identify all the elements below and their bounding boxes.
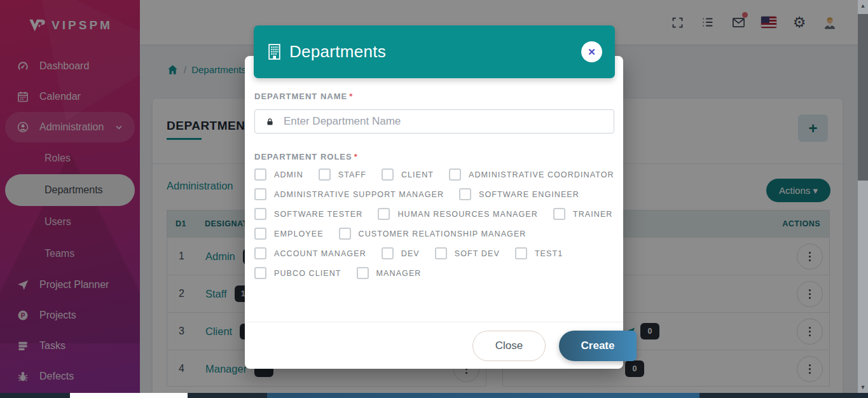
horizontal-scrollbar-accent [267, 393, 699, 398]
role-label: MANAGER [376, 269, 422, 278]
role-label: EMPLOYEE [274, 230, 324, 238]
role-option-human-resources-manager: HUMAN RESOURCES MANAGER [378, 208, 537, 220]
role-checkbox[interactable] [553, 208, 565, 220]
app-root: VIPSPM DashboardCalendarAdministrationRo… [0, 0, 868, 398]
role-option-dev: DEV [382, 247, 420, 259]
role-label: SOFTWARE TESTER [274, 210, 362, 219]
role-checkbox[interactable] [254, 247, 266, 259]
role-checkbox[interactable] [435, 247, 447, 259]
role-row: ADMINISTRATIVE SUPPORT MANAGERSOFTWARE E… [254, 188, 614, 200]
scroll-down-arrow[interactable]: ▼ [858, 383, 868, 392]
role-label: TEST1 [535, 249, 563, 258]
role-checkbox[interactable] [319, 168, 331, 181]
department-name-field [254, 109, 614, 134]
scroll-up-arrow[interactable]: ▲ [858, 1, 868, 10]
building-icon [266, 43, 282, 60]
role-label: CLIENT [401, 170, 434, 179]
role-checkbox[interactable] [254, 267, 266, 279]
role-option-pubco-client: PUBCO CLIENT [254, 267, 341, 279]
role-checkbox[interactable] [382, 168, 394, 181]
role-row: ACCOUNT MANAGERDEVSOFT DEVTEST1 [254, 247, 614, 259]
role-label: CUSTOMER RELATIONSHIP MANAGER [359, 230, 527, 238]
role-checkbox[interactable] [339, 228, 351, 240]
role-label: PUBCO CLIENT [274, 269, 341, 278]
role-option-customer-relationship-manager: CUSTOMER RELATIONSHIP MANAGER [339, 228, 527, 240]
required-asterisk: * [354, 152, 358, 161]
role-option-soft-dev: SOFT DEV [435, 247, 500, 259]
role-label: HUMAN RESOURCES MANAGER [397, 210, 537, 219]
horizontal-scrollbar-thumb[interactable] [70, 393, 188, 398]
role-label: SOFTWARE ENGINEER [479, 190, 579, 199]
close-icon[interactable]: ✕ [581, 41, 602, 62]
modal-title: Departments [289, 42, 386, 62]
role-checkbox[interactable] [254, 188, 266, 200]
role-checkbox[interactable] [382, 247, 394, 259]
role-label: STAFF [338, 170, 366, 179]
role-option-manager: MANAGER [357, 267, 422, 279]
role-option-employee: EMPLOYEE [254, 228, 324, 240]
horizontal-scrollbar [0, 393, 868, 398]
vertical-scrollbar-thumb[interactable] [858, 14, 868, 181]
role-option-administrative-coordinator: ADMINISTRATIVE COORDINATOR [449, 168, 614, 181]
role-option-trainer: TRAINER [553, 208, 613, 220]
role-label: ADMINISTRATIVE COORDINATOR [469, 170, 614, 179]
role-row: EMPLOYEECUSTOMER RELATIONSHIP MANAGER [254, 228, 614, 240]
role-row: SOFTWARE TESTERHUMAN RESOURCES MANAGERTR… [254, 208, 614, 220]
role-label: ADMINISTRATIVE SUPPORT MANAGER [274, 190, 444, 199]
role-checkbox[interactable] [357, 267, 369, 279]
role-label: TRAINER [573, 210, 613, 219]
department-roles-label: DEPARTMENT ROLES* [254, 152, 358, 161]
modal-footer: Close Create [245, 322, 623, 369]
role-label: ACCOUNT MANAGER [274, 249, 366, 258]
role-option-administrative-support-manager: ADMINISTRATIVE SUPPORT MANAGER [254, 188, 444, 200]
department-roles-group: ADMINSTAFFCLIENTADMINISTRATIVE COORDINAT… [254, 168, 614, 287]
role-option-software-tester: SOFTWARE TESTER [254, 208, 362, 220]
departments-modal: DEPARTMENT NAME* DEPARTMENT ROLES* ADMIN… [245, 56, 623, 369]
role-option-client: CLIENT [382, 168, 434, 181]
modal-header: Departments ✕ [254, 25, 615, 78]
required-asterisk: * [349, 92, 353, 101]
department-name-input[interactable] [275, 115, 614, 128]
role-label: ADMIN [274, 170, 303, 179]
lock-icon [265, 116, 275, 127]
role-option-admin: ADMIN [254, 168, 303, 181]
close-button[interactable]: Close [472, 331, 546, 361]
role-checkbox[interactable] [378, 208, 390, 220]
role-option-software-engineer: SOFTWARE ENGINEER [459, 188, 579, 200]
role-checkbox[interactable] [254, 228, 266, 240]
role-label: SOFT DEV [455, 249, 500, 258]
role-option-test1: TEST1 [515, 247, 563, 259]
role-checkbox[interactable] [254, 208, 266, 220]
role-option-staff: STAFF [319, 168, 366, 181]
role-checkbox[interactable] [254, 168, 266, 181]
role-row: ADMINSTAFFCLIENTADMINISTRATIVE COORDINAT… [254, 168, 614, 181]
department-name-label: DEPARTMENT NAME* [254, 92, 353, 101]
role-label: DEV [401, 249, 420, 258]
role-row: PUBCO CLIENTMANAGER [254, 267, 614, 279]
role-checkbox[interactable] [459, 188, 471, 200]
role-option-account-manager: ACCOUNT MANAGER [254, 247, 366, 259]
create-button[interactable]: Create [559, 331, 637, 361]
role-checkbox[interactable] [515, 247, 527, 259]
vertical-scrollbar: ▲ ▼ [858, 0, 868, 393]
role-checkbox[interactable] [449, 168, 461, 181]
